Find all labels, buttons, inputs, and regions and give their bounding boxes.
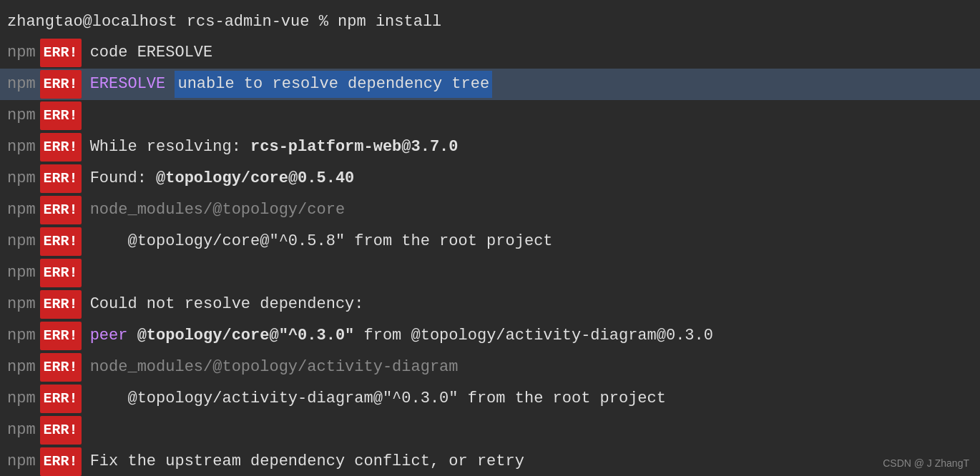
terminal-line-3: npm ERR!	[0, 100, 980, 132]
terminal-line-4: npm ERR! While resolving: rcs-platform-w…	[0, 132, 980, 163]
err-badge: ERR!	[40, 164, 82, 193]
terminal-line-6: npm ERR! node_modules/@topology/core	[0, 194, 980, 226]
npm-label: npm	[7, 385, 36, 412]
err-badge: ERR!	[40, 353, 82, 382]
err-badge: ERR!	[40, 101, 82, 130]
npm-label: npm	[7, 39, 36, 66]
prompt-user: zhangtao@localhost rcs-admin-vue % npm i…	[7, 13, 441, 31]
from-text: from @topology/activity-diagram@0.3.0	[354, 322, 713, 349]
eresolve-text: ERESOLVE	[90, 71, 175, 98]
err-badge: ERR!	[40, 196, 82, 224]
err-badge: ERR!	[40, 322, 82, 350]
npm-label: npm	[7, 354, 36, 381]
npm-label: npm	[7, 322, 36, 349]
highlight-text: unable to resolve dependency tree	[175, 71, 492, 98]
err-badge: ERR!	[40, 70, 82, 99]
err-badge: ERR!	[40, 447, 82, 476]
err-badge: ERR!	[40, 133, 82, 162]
line-content: @topology/core@"^0.5.8" from the root pr…	[90, 228, 553, 255]
err-badge: ERR!	[40, 416, 82, 445]
line-content: Fix the upstream dependency conflict, or…	[90, 448, 524, 475]
npm-label: npm	[7, 102, 36, 129]
terminal-line-2: npm ERR! ERESOLVE unable to resolve depe…	[0, 69, 980, 100]
terminal-line-10: npm ERR! peer @topology/core@"^0.3.0" fr…	[0, 320, 980, 352]
terminal-line-12: npm ERR! @topology/activity-diagram@"^0.…	[0, 383, 980, 415]
err-badge: ERR!	[40, 290, 82, 319]
err-badge: ERR!	[40, 227, 82, 256]
err-badge: ERR!	[40, 385, 82, 413]
terminal-line-9: npm ERR! Could not resolve dependency:	[0, 289, 980, 320]
terminal-line-7: npm ERR! @topology/core@"^0.5.8" from th…	[0, 226, 980, 257]
line-content: @topology/activity-diagram@"^0.3.0" from…	[90, 385, 666, 412]
npm-label: npm	[7, 291, 36, 318]
terminal-line-13: npm ERR!	[0, 415, 980, 446]
npm-label: npm	[7, 228, 36, 255]
line-content: code ERESOLVE	[90, 39, 213, 66]
peer-text: peer	[90, 322, 137, 349]
npm-label: npm	[7, 259, 36, 287]
terminal-line-5: npm ERR! Found: @topology/core@0.5.40	[0, 163, 980, 194]
watermark: CSDN @ J ZhangT	[883, 457, 969, 469]
line-content-gray: node_modules/@topology/activity-diagram	[90, 354, 459, 381]
npm-label: npm	[7, 165, 36, 192]
line-content: Could not resolve dependency:	[90, 291, 364, 318]
line-content-gray: node_modules/@topology/core	[90, 197, 345, 224]
npm-label: npm	[7, 71, 36, 98]
npm-label: npm	[7, 197, 36, 224]
npm-label: npm	[7, 448, 36, 475]
prompt-line: zhangtao@localhost rcs-admin-vue % npm i…	[0, 7, 980, 37]
topology-bold: @topology/core@"^0.3.0"	[137, 322, 355, 349]
npm-label: npm	[7, 417, 36, 444]
err-badge: ERR!	[40, 39, 82, 67]
line-content: While resolving: rcs-platform-web@3.7.0	[90, 134, 459, 161]
err-badge: ERR!	[40, 259, 82, 287]
npm-label: npm	[7, 134, 36, 161]
terminal-line-14: npm ERR! Fix the upstream dependency con…	[0, 446, 980, 476]
terminal-line-11: npm ERR! node_modules/@topology/activity…	[0, 352, 980, 383]
terminal-line-1: npm ERR! code ERESOLVE	[0, 37, 980, 69]
line-content: Found: @topology/core@0.5.40	[90, 165, 355, 192]
terminal: zhangtao@localhost rcs-admin-vue % npm i…	[0, 0, 980, 476]
terminal-line-8: npm ERR!	[0, 257, 980, 289]
